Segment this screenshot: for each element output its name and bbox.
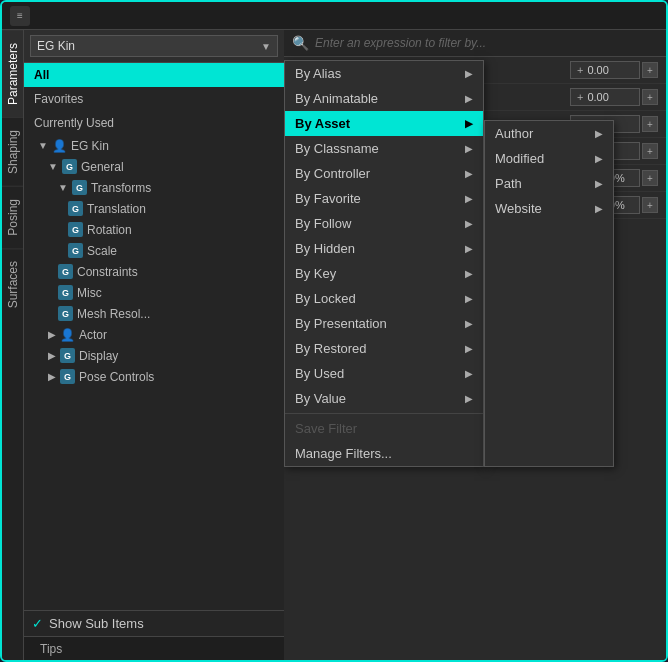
filter-favorites[interactable]: Favorites xyxy=(24,87,284,111)
tree-label: EG Kin xyxy=(71,139,109,153)
small-btn[interactable]: + xyxy=(642,116,658,132)
actor-dropdown[interactable]: EG Kin ▼ xyxy=(30,35,278,57)
menu-label: By Animatable xyxy=(295,91,378,106)
tree-label: General xyxy=(81,160,124,174)
show-sub-items-label: Show Sub Items xyxy=(49,616,144,631)
menu-label: Path xyxy=(495,176,522,191)
menu-label: Manage Filters... xyxy=(295,446,392,461)
small-btn[interactable]: + xyxy=(642,197,658,213)
submenu-arrow-icon: ▶ xyxy=(465,93,473,104)
menu-item-by-asset[interactable]: By Asset ▶ xyxy=(285,111,483,136)
person-icon: 👤 xyxy=(60,327,75,342)
menu-divider xyxy=(285,413,483,414)
submenu-arrow-icon: ▶ xyxy=(465,243,473,254)
submenu-arrow-icon: ▶ xyxy=(465,193,473,204)
primary-menu: By Alias ▶ By Animatable ▶ By Asset ▶ By… xyxy=(284,60,484,467)
submenu-arrow-icon: ▶ xyxy=(595,128,603,139)
tree-arrow-icon: ▼ xyxy=(48,161,58,172)
menu-label: By Presentation xyxy=(295,316,387,331)
menu-item-path[interactable]: Path ▶ xyxy=(485,171,613,196)
menu-item-by-classname[interactable]: By Classname ▶ xyxy=(285,136,483,161)
tree-item-rotation[interactable]: G Rotation xyxy=(24,219,284,240)
small-btn[interactable]: + xyxy=(642,89,658,105)
small-btn[interactable]: + xyxy=(642,170,658,186)
side-tabs: Parameters Shaping Posing Surfaces xyxy=(2,30,24,660)
g-icon: G xyxy=(68,243,83,258)
tree-item-constraints[interactable]: G Constraints xyxy=(24,261,284,282)
g-icon: G xyxy=(68,201,83,216)
tree-item-mesh-resol[interactable]: G Mesh Resol... xyxy=(24,303,284,324)
tree-item-translation[interactable]: G Translation xyxy=(24,198,284,219)
secondary-menu: Author ▶ Modified ▶ Path ▶ Website ▶ xyxy=(484,120,614,467)
tab-posing[interactable]: Posing xyxy=(2,186,23,248)
small-btn[interactable]: + xyxy=(642,143,658,159)
tips-tab[interactable]: Tips xyxy=(30,639,72,659)
tree-label: Misc xyxy=(77,286,102,300)
tree-label: Pose Controls xyxy=(79,370,154,384)
tree-item-general[interactable]: ▼ G General xyxy=(24,156,284,177)
tree-item-eg-kin[interactable]: ▼ 👤 EG Kin xyxy=(24,135,284,156)
submenu-arrow-icon: ▶ xyxy=(595,153,603,164)
menu-item-author[interactable]: Author ▶ xyxy=(485,121,613,146)
menu-label: By Controller xyxy=(295,166,370,181)
menu-item-website[interactable]: Website ▶ xyxy=(485,196,613,221)
submenu-arrow-icon: ▶ xyxy=(465,118,473,129)
small-btn[interactable]: + xyxy=(642,62,658,78)
tree-item-display[interactable]: ▶ G Display xyxy=(24,345,284,366)
filter-all[interactable]: All xyxy=(24,63,284,87)
menu-item-modified[interactable]: Modified ▶ xyxy=(485,146,613,171)
tree-arrow-icon: ▼ xyxy=(58,182,68,193)
tree-arrow-icon: ▶ xyxy=(48,350,56,361)
menu-label: By Locked xyxy=(295,291,356,306)
menu-item-by-restored[interactable]: By Restored ▶ xyxy=(285,336,483,361)
menu-item-by-hidden[interactable]: By Hidden ▶ xyxy=(285,236,483,261)
tab-parameters[interactable]: Parameters xyxy=(2,30,23,117)
show-sub-items-bar: ✓ Show Sub Items xyxy=(24,610,284,636)
menu-item-manage-filters[interactable]: Manage Filters... xyxy=(285,441,483,466)
submenu-arrow-icon: ▶ xyxy=(465,68,473,79)
submenu-arrow-icon: ▶ xyxy=(595,178,603,189)
menu-item-by-value[interactable]: By Value ▶ xyxy=(285,386,483,411)
menu-item-by-animatable[interactable]: By Animatable ▶ xyxy=(285,86,483,111)
search-icon: 🔍 xyxy=(292,35,309,51)
submenu-arrow-icon: ▶ xyxy=(465,168,473,179)
tree-label: Display xyxy=(79,349,118,363)
menu-item-by-controller[interactable]: By Controller ▶ xyxy=(285,161,483,186)
menu-label: By Value xyxy=(295,391,346,406)
menu-item-by-key[interactable]: By Key ▶ xyxy=(285,261,483,286)
tree-item-actor[interactable]: ▶ 👤 Actor xyxy=(24,324,284,345)
dropdown-bar: EG Kin ▼ xyxy=(24,30,284,63)
tab-shaping[interactable]: Shaping xyxy=(2,117,23,186)
filter-tabs: All Favorites Currently Used xyxy=(24,63,284,135)
submenu-arrow-icon: ▶ xyxy=(465,393,473,404)
tree-label: Rotation xyxy=(87,223,132,237)
tree-item-scale[interactable]: G Scale xyxy=(24,240,284,261)
filter-currently-used[interactable]: Currently Used xyxy=(24,111,284,135)
app-icon: ≡ xyxy=(10,6,30,26)
search-placeholder[interactable]: Enter an expression to filter by... xyxy=(315,36,486,50)
tab-surfaces[interactable]: Surfaces xyxy=(2,248,23,320)
right-panel: 🔍 Enter an expression to filter by... + … xyxy=(284,30,666,660)
dropdown-value: EG Kin xyxy=(37,39,75,53)
submenu-arrow-icon: ▶ xyxy=(595,203,603,214)
menu-label: By Follow xyxy=(295,216,351,231)
menu-item-by-favorite[interactable]: By Favorite ▶ xyxy=(285,186,483,211)
tree-area: ▼ 👤 EG Kin ▼ G General ▼ G Transforms G … xyxy=(24,135,284,610)
tree-arrow-icon: ▶ xyxy=(48,371,56,382)
tree-item-transforms[interactable]: ▼ G Transforms xyxy=(24,177,284,198)
g-icon: G xyxy=(58,285,73,300)
g-icon: G xyxy=(68,222,83,237)
menu-item-by-follow[interactable]: By Follow ▶ xyxy=(285,211,483,236)
menu-item-by-alias[interactable]: By Alias ▶ xyxy=(285,61,483,86)
g-icon: G xyxy=(72,180,87,195)
menu-item-by-presentation[interactable]: By Presentation ▶ xyxy=(285,311,483,336)
tree-item-misc[interactable]: G Misc xyxy=(24,282,284,303)
search-bar: 🔍 Enter an expression to filter by... xyxy=(284,30,666,57)
main-area: Parameters Shaping Posing Surfaces EG Ki… xyxy=(2,30,666,660)
menu-label: Save Filter xyxy=(295,421,357,436)
g-icon: G xyxy=(58,264,73,279)
menu-item-by-locked[interactable]: By Locked ▶ xyxy=(285,286,483,311)
tree-item-pose-controls[interactable]: ▶ G Pose Controls xyxy=(24,366,284,387)
submenu-arrow-icon: ▶ xyxy=(465,343,473,354)
menu-item-by-used[interactable]: By Used ▶ xyxy=(285,361,483,386)
